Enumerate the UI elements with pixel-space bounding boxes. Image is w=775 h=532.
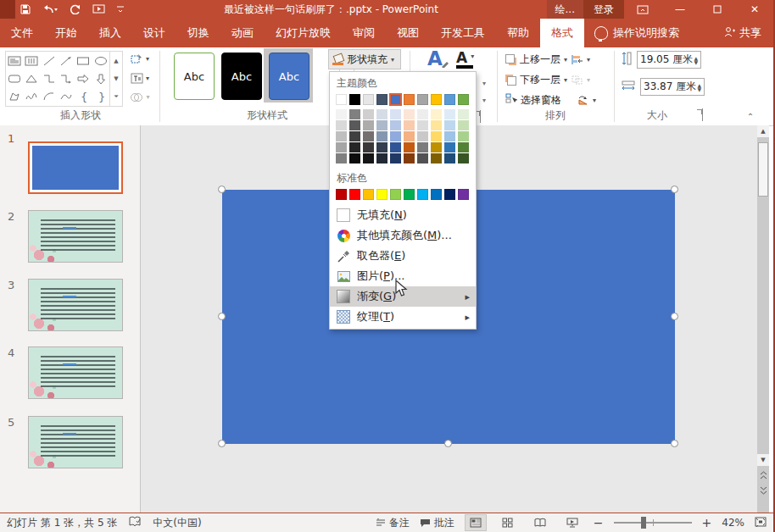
color-swatch[interactable] — [431, 120, 442, 130]
group-dropdown-icon[interactable]: ▾ — [587, 76, 590, 84]
close-button[interactable]: ✕ — [736, 0, 773, 19]
arc-icon[interactable] — [42, 91, 56, 103]
zoom-slider-thumb[interactable] — [641, 517, 646, 529]
ribbon-display-options-button[interactable] — [624, 0, 661, 19]
language-indicator[interactable]: 中文(中国) — [153, 516, 201, 530]
color-swatch[interactable] — [458, 189, 469, 200]
comments-button[interactable]: 批注 — [420, 516, 454, 530]
vertical-scrollbar[interactable]: ▲ ▼ — [757, 125, 769, 513]
tab-design[interactable]: 设计 — [132, 19, 176, 47]
color-swatch[interactable] — [376, 109, 388, 119]
color-swatch[interactable] — [363, 189, 374, 200]
send-backward-button[interactable]: 下移一层 — [520, 73, 560, 87]
slide-thumbnail-3[interactable] — [28, 279, 123, 331]
slide-thumbnail-4[interactable] — [28, 346, 123, 399]
qat-customize-icon[interactable] — [117, 5, 124, 14]
color-swatch[interactable] — [390, 153, 401, 163]
tell-me-search[interactable]: 操作说明搜索 — [584, 19, 689, 47]
group-objects-icon[interactable] — [571, 74, 583, 86]
resize-handle-middle-right[interactable] — [671, 313, 678, 320]
fit-to-window-icon[interactable] — [755, 517, 767, 529]
menu-item-eyedropper[interactable]: 取色器(E) — [330, 246, 476, 266]
tab-developer[interactable]: 开发工具 — [430, 19, 496, 47]
menu-item-no-fill[interactable]: 无填充(N) — [330, 205, 476, 225]
bring-forward-button[interactable]: 上移一层 — [520, 53, 560, 67]
right-brace-icon[interactable]: } — [94, 91, 108, 103]
textbox-horizontal-icon[interactable] — [8, 55, 21, 67]
color-swatch[interactable] — [431, 94, 442, 105]
undo-icon[interactable] — [42, 4, 58, 14]
notes-button[interactable]: 备注 — [376, 516, 410, 530]
share-button[interactable]: 共享 — [724, 19, 761, 47]
color-swatch[interactable] — [431, 142, 442, 152]
color-swatch[interactable] — [349, 94, 360, 105]
color-swatch[interactable] — [404, 131, 415, 141]
shape-fill-button[interactable]: 形状填充 ▾ — [328, 49, 401, 69]
arrow-down-icon[interactable] — [94, 73, 108, 85]
color-swatch[interactable] — [431, 153, 442, 163]
color-swatch[interactable] — [376, 189, 388, 200]
color-swatch[interactable] — [404, 189, 415, 200]
color-swatch[interactable] — [349, 109, 360, 119]
reading-view-button[interactable] — [529, 514, 551, 531]
color-swatch[interactable] — [336, 131, 347, 141]
triangle-icon[interactable] — [25, 73, 38, 85]
shape-width-field[interactable]: 33.87 厘米 ▲▼ — [640, 78, 705, 96]
color-swatch[interactable] — [458, 94, 469, 105]
color-swatch[interactable] — [431, 131, 442, 141]
color-swatch[interactable] — [458, 131, 469, 141]
align-objects-icon[interactable] — [571, 53, 583, 65]
size-dialog-launcher-icon[interactable] — [702, 108, 703, 120]
color-swatch[interactable] — [376, 142, 388, 152]
normal-view-button[interactable] — [465, 514, 487, 531]
color-swatch[interactable] — [336, 153, 347, 163]
scroll-up-icon[interactable]: ▲ — [757, 125, 769, 137]
arrow-right-icon[interactable] — [76, 73, 90, 85]
tab-help[interactable]: 帮助 — [496, 19, 540, 47]
zoom-level[interactable]: 42% — [722, 517, 744, 529]
slide-thumbnail-5[interactable] — [28, 416, 123, 468]
color-swatch[interactable] — [444, 142, 455, 152]
gallery-more-icon[interactable]: ⏷ — [110, 88, 122, 106]
resize-handle-middle-left[interactable] — [218, 313, 226, 320]
color-swatch[interactable] — [444, 131, 455, 141]
resize-handle-bottom-center[interactable] — [444, 440, 452, 447]
scribble-icon[interactable] — [25, 91, 38, 103]
tab-format[interactable]: 格式 — [540, 19, 584, 47]
zoom-slider[interactable] — [614, 522, 692, 524]
color-swatch[interactable] — [336, 120, 347, 130]
tab-transitions[interactable]: 切换 — [176, 19, 220, 47]
color-swatch[interactable] — [349, 153, 360, 163]
color-swatch[interactable] — [444, 109, 455, 119]
bring-forward-dropdown-icon[interactable]: ▾ — [564, 56, 567, 64]
zoom-out-button[interactable]: − — [594, 516, 604, 529]
color-swatch[interactable] — [417, 153, 428, 163]
text-effects-dropdown-icon[interactable]: ▾ — [478, 95, 490, 105]
slide-thumbnail-1[interactable] — [28, 141, 123, 194]
color-swatch[interactable] — [417, 142, 428, 152]
color-swatch[interactable] — [404, 142, 415, 152]
color-swatch[interactable] — [363, 153, 374, 163]
color-swatch[interactable] — [417, 131, 428, 141]
wordart-dialog-launcher-icon[interactable] — [480, 110, 481, 122]
color-swatch[interactable] — [404, 94, 415, 105]
slideshow-view-button[interactable] — [561, 514, 583, 531]
contextual-tab-group-label[interactable]: 绘... — [547, 0, 583, 19]
freeform-icon[interactable] — [8, 91, 21, 103]
tab-view[interactable]: 视图 — [386, 19, 430, 47]
color-swatch[interactable] — [363, 94, 374, 105]
color-swatch[interactable] — [417, 109, 428, 119]
color-swatch[interactable] — [404, 120, 415, 130]
color-swatch[interactable] — [376, 94, 388, 105]
rounded-rectangle-icon[interactable] — [8, 73, 21, 85]
resize-handle-top-left[interactable] — [218, 186, 226, 193]
oval-icon[interactable] — [94, 55, 108, 67]
color-swatch[interactable] — [390, 109, 401, 119]
spell-check-icon[interactable] — [129, 516, 141, 529]
shape-style-1[interactable]: Abc — [174, 53, 215, 100]
height-spinner[interactable]: ▲▼ — [694, 56, 698, 64]
zoom-in-button[interactable]: + — [702, 516, 712, 529]
gallery-down-icon[interactable]: ▼ — [110, 69, 122, 87]
line-icon[interactable] — [42, 55, 56, 67]
slide-thumbnail-2[interactable] — [28, 210, 123, 263]
